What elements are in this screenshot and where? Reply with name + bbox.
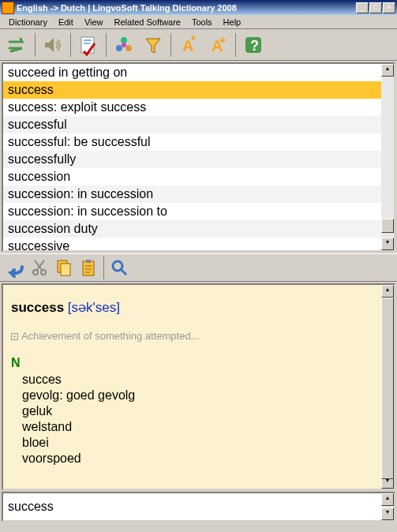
- search-panel: ▴ ▾: [2, 492, 395, 522]
- svg-rect-13: [83, 261, 94, 275]
- svg-text:?: ?: [250, 38, 259, 54]
- svg-rect-14: [86, 260, 91, 263]
- search-input[interactable]: [3, 493, 381, 520]
- svg-text:A: A: [182, 37, 193, 54]
- scroll-up-button[interactable]: ▴: [381, 493, 394, 506]
- translation: geluk: [22, 403, 373, 419]
- reverse-icon: [6, 34, 28, 56]
- help-icon: ?: [242, 34, 264, 56]
- toolbar-separator: [106, 33, 107, 57]
- copy-icon: [54, 258, 73, 277]
- cut-button[interactable]: [28, 256, 51, 279]
- fontsize-a-button[interactable]: A: [174, 32, 203, 58]
- svg-rect-12: [61, 264, 70, 275]
- toolbar-separator: [70, 33, 71, 57]
- back-arrow-icon: [5, 257, 25, 278]
- svg-point-4: [122, 43, 126, 47]
- svg-point-3: [125, 45, 132, 51]
- scroll-thumb[interactable]: [381, 298, 394, 479]
- wordlist-item[interactable]: succeed in getting on: [3, 64, 381, 81]
- wordlist-item[interactable]: successive: [3, 238, 381, 250]
- definition-scrollbar[interactable]: ▴ ▾: [381, 285, 394, 489]
- font-increase-icon: A: [178, 34, 200, 56]
- toolbar-separator: [103, 256, 104, 279]
- help-button[interactable]: ?: [239, 32, 268, 58]
- scroll-down-button[interactable]: ▾: [381, 238, 394, 250]
- window-title: English -> Dutch | LingvoSoft Talking Di…: [17, 3, 356, 13]
- spellcheck-button[interactable]: [74, 32, 103, 58]
- translation: gevolg: goed gevolg: [22, 388, 373, 403]
- magnifier-icon: [110, 258, 129, 277]
- speaker-icon: [42, 34, 64, 56]
- edit-toolbar: [0, 253, 397, 282]
- definition-heading: success [sək'ses]: [11, 299, 373, 316]
- search-button[interactable]: [107, 256, 131, 279]
- back-button[interactable]: [3, 256, 27, 279]
- synonyms-button[interactable]: [110, 32, 138, 58]
- wordlist-item-selected[interactable]: success: [3, 81, 381, 99]
- svg-point-1: [121, 37, 127, 43]
- svg-rect-0: [81, 37, 94, 53]
- translation: voorspoed: [22, 451, 373, 466]
- minimize-button[interactable]: _: [356, 2, 369, 13]
- speak-button[interactable]: [39, 32, 67, 58]
- menu-tools[interactable]: Tools: [186, 17, 218, 28]
- scroll-track[interactable]: [381, 298, 394, 476]
- close-button[interactable]: ×: [383, 2, 395, 13]
- wordlist-item[interactable]: successful: be successful: [3, 133, 381, 151]
- expand-gloss-icon[interactable]: +: [11, 333, 18, 340]
- pronunciation: [sək'ses]: [68, 300, 120, 315]
- synonyms-icon: [113, 34, 135, 56]
- copy-button[interactable]: [52, 256, 76, 279]
- main-toolbar: A A ?: [0, 29, 397, 61]
- definition-gloss: +Achievement of something attempted...: [11, 330, 373, 342]
- svg-point-15: [113, 261, 122, 271]
- part-of-speech: N: [11, 356, 373, 370]
- wordlist-item[interactable]: successfully: [3, 151, 381, 168]
- menu-help[interactable]: Help: [218, 17, 247, 28]
- scissors-icon: [30, 258, 49, 277]
- wordlist-item[interactable]: succession duty: [3, 220, 381, 238]
- wordlist-item[interactable]: succession: in succession: [3, 185, 381, 203]
- definition-content: success [sək'ses] +Achievement of someth…: [3, 285, 381, 489]
- scroll-up-button[interactable]: ▴: [381, 285, 394, 298]
- toolbar-separator: [235, 33, 236, 57]
- translation: bloei: [22, 435, 373, 451]
- scroll-up-button[interactable]: ▴: [381, 64, 394, 77]
- wordlist-scrollbar[interactable]: ▴ ▾: [381, 64, 394, 250]
- scroll-track[interactable]: [381, 506, 394, 508]
- maximize-button[interactable]: □: [369, 2, 382, 13]
- filter-button[interactable]: [139, 32, 167, 58]
- definition-panel: success [sək'ses] +Achievement of someth…: [2, 283, 395, 490]
- toolbar-separator: [35, 33, 36, 57]
- scroll-down-button[interactable]: ▾: [381, 508, 394, 520]
- menu-related-software[interactable]: Related Software: [109, 17, 186, 28]
- toolbar-separator: [170, 33, 171, 57]
- spellcheck-icon: [77, 34, 99, 56]
- menu-bar: Dictionary Edit View Related Software To…: [0, 15, 397, 29]
- font-decrease-icon: A: [207, 34, 229, 56]
- reverse-button[interactable]: [3, 32, 32, 58]
- menu-dictionary[interactable]: Dictionary: [3, 17, 53, 28]
- wordlist-item[interactable]: success: exploit success: [3, 99, 381, 116]
- wordlist-item[interactable]: succession: [3, 168, 381, 185]
- wordlist[interactable]: succeed in getting on success success: e…: [3, 64, 381, 250]
- scroll-track[interactable]: [381, 77, 394, 238]
- menu-view[interactable]: View: [79, 17, 109, 28]
- title-bar: English -> Dutch | LingvoSoft Talking Di…: [0, 0, 397, 15]
- wordlist-item[interactable]: succession: in succession to: [3, 203, 381, 220]
- translation: succes: [22, 372, 373, 388]
- svg-point-2: [116, 45, 122, 51]
- headword: success: [11, 300, 64, 315]
- translation: welstand: [22, 419, 373, 435]
- wordlist-panel: succeed in getting on success success: e…: [2, 62, 395, 252]
- fontsize-b-button[interactable]: A: [204, 32, 232, 58]
- scroll-thumb[interactable]: [381, 219, 394, 233]
- window-buttons: _ □ ×: [356, 2, 395, 13]
- gloss-text: Achievement of something attempted...: [21, 330, 199, 342]
- wordlist-item[interactable]: successful: [3, 116, 381, 133]
- search-scrollbar[interactable]: ▴ ▾: [381, 493, 394, 520]
- paste-button[interactable]: [77, 256, 100, 279]
- funnel-icon: [142, 34, 164, 56]
- menu-edit[interactable]: Edit: [53, 17, 79, 28]
